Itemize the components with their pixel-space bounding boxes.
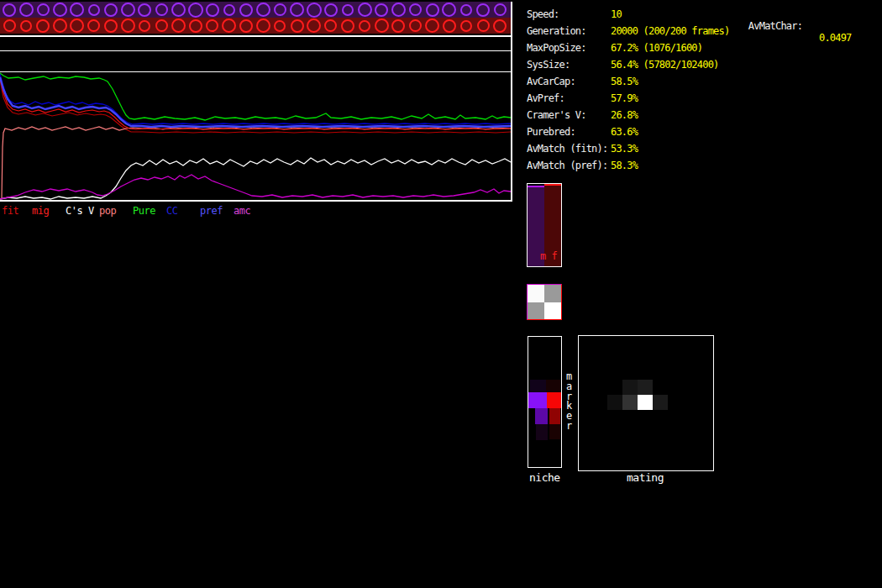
agent-circle [307,18,321,33]
stat-label: AvMatch (pref): [527,160,607,171]
agent-circle [256,3,270,17]
legend-item-pop: pop [99,205,116,217]
fitness-cell [528,302,544,320]
agent-circle [104,3,118,17]
chart-series-Pure [0,73,511,120]
stat-row: Speed:10 [527,8,879,25]
agent-circle [307,3,322,18]
agent-circle [442,3,456,17]
agent-circle [87,19,100,32]
stat-row: MaxPopSize:67.2% (1076/1600) [527,42,879,59]
agent-circle [324,19,337,32]
legend-item-pref: pref [200,205,223,217]
legend-item-pure: Pure [133,205,155,217]
population-chart [0,72,512,200]
agent-circle [53,18,67,33]
agent-circle [223,4,235,16]
agent-circle [375,3,388,17]
stat-label: SysSize: [527,59,570,71]
agent-circle [477,19,490,32]
male-female-label: m f [540,250,557,262]
agent-circle [426,3,439,17]
stat-value: 57.9% [611,92,638,104]
legend-item-amc: amc [234,205,250,217]
mating-grid [578,335,714,471]
legend-item-fit: fit [2,205,18,217]
chart-series-amc [0,175,511,199]
agent-circle [256,18,270,33]
stat-row: AvMatch (fitn):53.3% [527,143,879,160]
agent-circle [37,3,50,16]
stat-label: Generation: [527,25,586,37]
separator-line-upper [0,50,512,51]
agent-circle [138,3,151,17]
stat-row: SysSize:56.4% (57802/102400) [527,59,879,76]
fitness-grid-panel [527,284,562,320]
agent-circle [88,4,100,16]
world-row-bottom [0,18,511,34]
stat-avmatchar: AvMatChar: 0.0497 [738,8,802,25]
agent-circle [70,3,84,17]
agent-circle [222,18,236,33]
agent-circle [206,3,219,17]
mating-label: mating [627,471,664,484]
histogram-pixel [546,380,560,392]
agent-circle [391,3,406,17]
agent-circle [19,3,34,17]
histogram-pixel [549,408,560,424]
agent-circle [443,19,456,33]
stat-label: Cramer's V: [527,109,586,121]
agent-circle [493,19,507,33]
stat-value: 67.2% (1076/1600) [611,42,702,54]
niche-grid [528,336,562,468]
agent-circle [155,19,168,32]
world-row-top [0,2,511,18]
stat-label: Purebred: [527,126,575,138]
stat-label: AvPref: [527,92,564,104]
agent-circle [274,20,286,32]
agent-circle [239,19,253,33]
agent-circle [409,3,422,16]
agent-circle [274,3,286,16]
stat-label: AvCarCap: [527,76,575,87]
sex-histogram-panel: m f [527,183,562,267]
stat-value: 20000 (200/200 frames) [611,25,729,37]
agent-circle [425,18,439,33]
agent-circle [171,3,186,17]
agent-circle [460,20,472,32]
agent-circle [36,19,50,33]
agent-circle [20,20,32,32]
agent-circle [70,18,84,33]
agent-circle [359,20,370,32]
fitness-cell [528,285,544,302]
fitness-cell [544,285,561,302]
stat-value: 63.6% [611,126,638,138]
fitness-cell [544,302,561,320]
agent-circle [188,3,203,18]
agent-circle [324,3,338,17]
simulation-app-window: { "strip": { "rows": [ { "name": "purple… [0,0,882,588]
agent-circle [342,4,354,16]
agent-circle [290,3,304,17]
chart-bottom-border [0,200,512,202]
agent-circle [341,19,354,33]
legend-item-cc: CC [166,205,177,217]
histogram-pixel [536,424,548,440]
agent-circle [460,4,472,16]
legend-item-mig: mig [32,205,49,217]
chart-series-CsV [0,158,511,199]
world-population-strip [0,2,512,37]
agent-circle [121,18,135,33]
histogram-pixel [653,395,668,410]
histogram-pixel [638,395,653,410]
stat-value: 58.5% [611,76,638,87]
stat-row: Purebred:63.6% [527,126,879,143]
agent-circle [53,3,67,17]
agent-circle [104,19,118,33]
stat-row: AvCarCap:58.5% [527,76,879,92]
agent-circle [3,3,16,17]
histogram-pixel [530,380,546,392]
chart-legend: fitmigC's VpopPureCCprefamc [0,205,512,217]
stat-value: 53.3% [611,143,638,155]
agent-circle [391,19,405,33]
